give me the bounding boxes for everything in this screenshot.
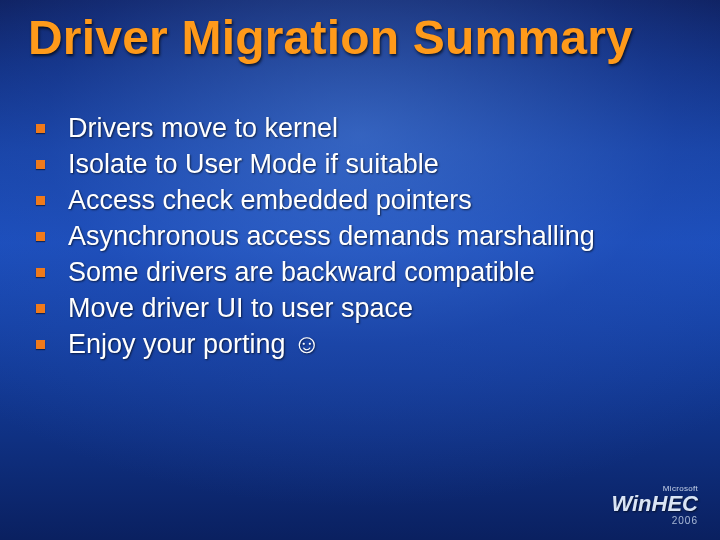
list-item: Drivers move to kernel: [66, 110, 690, 146]
list-item-text: Enjoy your porting ☺: [68, 329, 321, 359]
footer-logo: Microsoft WinHEC 2006: [611, 484, 698, 526]
list-item-text: Drivers move to kernel: [68, 113, 338, 143]
bullet-icon: [36, 304, 45, 313]
bullet-icon: [36, 340, 45, 349]
list-item-text: Move driver UI to user space: [68, 293, 413, 323]
list-item-text: Isolate to User Mode if suitable: [68, 149, 439, 179]
bullet-icon: [36, 160, 45, 169]
list-item: Isolate to User Mode if suitable: [66, 146, 690, 182]
bullet-list: Drivers move to kernel Isolate to User M…: [66, 110, 690, 362]
slide-title: Driver Migration Summary: [28, 10, 633, 65]
bullet-icon: [36, 268, 45, 277]
bullet-icon: [36, 232, 45, 241]
list-item: Asynchronous access demands marshalling: [66, 218, 690, 254]
logo-company: Microsoft: [611, 484, 698, 493]
logo-year: 2006: [611, 515, 698, 526]
list-item: Some drivers are backward compatible: [66, 254, 690, 290]
list-item: Enjoy your porting ☺: [66, 326, 690, 362]
slide: Driver Migration Summary Drivers move to…: [0, 0, 720, 540]
list-item: Access check embedded pointers: [66, 182, 690, 218]
list-item-text: Access check embedded pointers: [68, 185, 472, 215]
list-item-text: Asynchronous access demands marshalling: [68, 221, 595, 251]
logo-brand: WinHEC: [611, 494, 698, 514]
list-item-text: Some drivers are backward compatible: [68, 257, 535, 287]
bullet-icon: [36, 124, 45, 133]
bullet-icon: [36, 196, 45, 205]
list-item: Move driver UI to user space: [66, 290, 690, 326]
logo-brand-text: WinHEC: [611, 491, 698, 516]
